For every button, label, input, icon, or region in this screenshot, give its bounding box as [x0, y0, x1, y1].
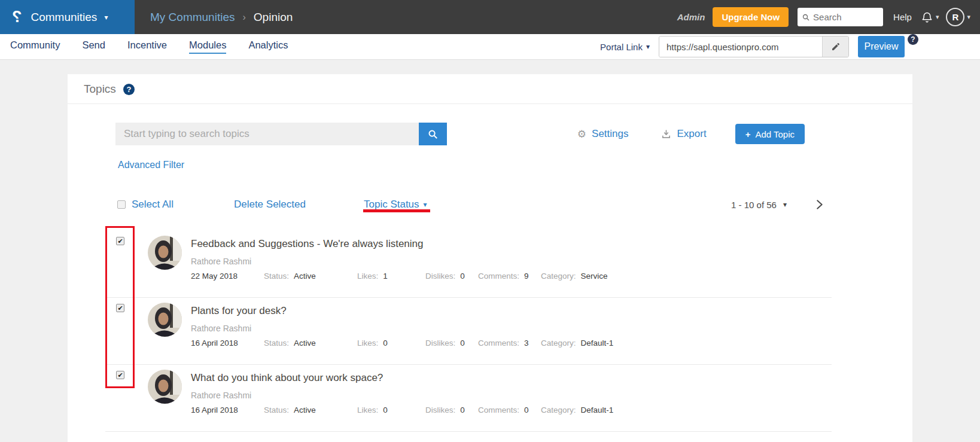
pencil-icon [831, 42, 841, 51]
topic-row: ✔ Feedback and Suggestions - We're alway… [105, 231, 832, 298]
status-value: Active [294, 339, 316, 347]
help-link[interactable]: Help [893, 12, 912, 22]
settings-label: Settings [592, 128, 628, 140]
tab-modules[interactable]: Modules [189, 39, 226, 54]
preview-help-icon[interactable]: ? [908, 34, 918, 45]
top-navbar: ? Communities ▾ My Communities › Opinion… [0, 0, 980, 34]
pagination-dropdown[interactable]: 1 - 10 of 56 ▾ [731, 200, 787, 210]
topic-date: 16 April 2018 [191, 339, 264, 347]
pagination-label: 1 - 10 of 56 [731, 200, 777, 210]
tab-incentive[interactable]: Incentive [127, 39, 167, 54]
dislikes-value: 0 [460, 272, 465, 281]
export-button[interactable]: Export [661, 128, 706, 140]
account-menu[interactable]: R ▾ [946, 8, 970, 26]
topic-checkbox[interactable]: ✔ [116, 237, 124, 245]
download-icon [661, 129, 671, 139]
subnav-links: Community Send Incentive Modules Analyti… [10, 39, 288, 54]
questionpro-logo-icon: ? [12, 9, 22, 25]
plus-icon: + [745, 129, 751, 139]
tab-analytics[interactable]: Analytics [248, 39, 288, 54]
secondary-navbar: Community Send Incentive Modules Analyti… [0, 34, 980, 60]
likes-value: 1 [383, 272, 388, 281]
likes-label: Likes: [357, 406, 378, 414]
comments-label: Comments: [478, 406, 519, 414]
category-label: Category: [541, 272, 576, 281]
status-label: Status: [264, 272, 289, 281]
portal-url-input[interactable] [659, 36, 822, 57]
topic-title[interactable]: Feedback and Suggestions - We're always … [191, 238, 832, 250]
topic-author: Rathore Rashmi [191, 324, 832, 333]
topic-meta: 16 April 2018 Status:Active Likes:0 Disl… [191, 339, 832, 347]
select-all-checkbox[interactable] [117, 200, 126, 209]
comments-label: Comments: [478, 272, 519, 281]
next-page-button[interactable] [814, 199, 824, 211]
chevron-down-icon: ▾ [936, 13, 939, 21]
add-topic-button[interactable]: + Add Topic [735, 124, 805, 144]
topic-text-block: Plants for your desk? Rathore Rashmi 16 … [191, 298, 832, 347]
topic-title[interactable]: What do you think about your work space? [191, 372, 832, 384]
topic-status-label: Topic Status [364, 199, 419, 211]
portal-link-dropdown[interactable]: Portal Link ▾ [600, 42, 650, 52]
dislikes-value: 0 [460, 339, 465, 347]
chevron-down-icon: ▾ [783, 200, 787, 209]
chevron-down-icon: ▾ [104, 13, 108, 22]
topic-checkbox[interactable]: ✔ [116, 371, 124, 379]
category-label: Category: [541, 406, 576, 414]
comments-value: 9 [524, 272, 529, 281]
upgrade-now-button[interactable]: Upgrade Now [713, 7, 789, 27]
communities-app-menu[interactable]: ? Communities ▾ [0, 0, 135, 34]
dislikes-label: Dislikes: [425, 272, 455, 281]
user-photo [148, 303, 182, 337]
topic-meta: 22 May 2018 Status:Active Likes:1 Dislik… [191, 272, 832, 281]
portal-link-label: Portal Link [600, 42, 643, 52]
likes-label: Likes: [357, 272, 378, 281]
likes-value: 0 [383, 339, 388, 347]
topic-author: Rathore Rashmi [191, 257, 832, 266]
topic-row: ✔ What do you think about your work spac… [105, 365, 832, 432]
list-controls-row: Select All Delete Selected Topic Status … [117, 199, 896, 211]
likes-value: 0 [383, 406, 388, 414]
topic-checkbox[interactable]: ✔ [116, 304, 124, 312]
comments-label: Comments: [478, 339, 519, 347]
card-header: Topics ? [68, 74, 912, 104]
search-toolbar: ⚙ Settings Export + Add Topic [115, 123, 912, 145]
dislikes-label: Dislikes: [425, 406, 455, 414]
status-value: Active [294, 272, 316, 281]
global-search-box[interactable] [798, 8, 883, 26]
tab-send[interactable]: Send [82, 39, 105, 54]
select-all-label[interactable]: Select All [132, 199, 174, 211]
notifications-menu[interactable]: ▾ [921, 10, 939, 24]
dislikes-value: 0 [460, 406, 465, 414]
breadcrumb-parent-link[interactable]: My Communities [150, 11, 235, 24]
breadcrumb-current: Opinion [254, 11, 293, 24]
tab-community[interactable]: Community [10, 39, 60, 54]
delete-selected-button[interactable]: Delete Selected [234, 199, 306, 211]
avatar [148, 370, 182, 404]
topics-card: Topics ? ⚙ Settings Export + Add Topic A… [68, 74, 912, 442]
topic-meta: 16 April 2018 Status:Active Likes:0 Disl… [191, 406, 832, 414]
category-label: Category: [541, 339, 576, 347]
topbar-right-group: Admin Upgrade Now Help ▾ R ▾ [677, 7, 980, 27]
avatar [148, 236, 182, 270]
advanced-filter-link[interactable]: Advanced Filter [118, 160, 184, 170]
dislikes-label: Dislikes: [425, 339, 455, 347]
gear-icon: ⚙ [577, 128, 586, 141]
topic-search-input[interactable] [115, 123, 419, 145]
breadcrumb: My Communities › Opinion [150, 11, 293, 24]
status-label: Status: [264, 406, 289, 414]
settings-button[interactable]: ⚙ Settings [577, 128, 629, 141]
topics-help-icon[interactable]: ? [123, 84, 135, 95]
export-label: Export [677, 128, 706, 140]
topic-date: 16 April 2018 [191, 406, 264, 414]
chevron-down-icon: ▾ [424, 200, 427, 209]
topic-title[interactable]: Plants for your desk? [191, 305, 832, 317]
global-search-input[interactable] [813, 12, 878, 22]
topic-search-button[interactable] [419, 123, 447, 145]
add-topic-label: Add Topic [755, 129, 795, 139]
category-value: Default-1 [581, 339, 614, 347]
preview-button[interactable]: Preview [858, 36, 905, 57]
edit-url-button[interactable] [822, 36, 848, 57]
topic-status-dropdown[interactable]: Topic Status ▾ [364, 199, 427, 211]
topic-text-block: Feedback and Suggestions - We're always … [191, 231, 832, 281]
select-all-control: Select All [117, 199, 174, 211]
